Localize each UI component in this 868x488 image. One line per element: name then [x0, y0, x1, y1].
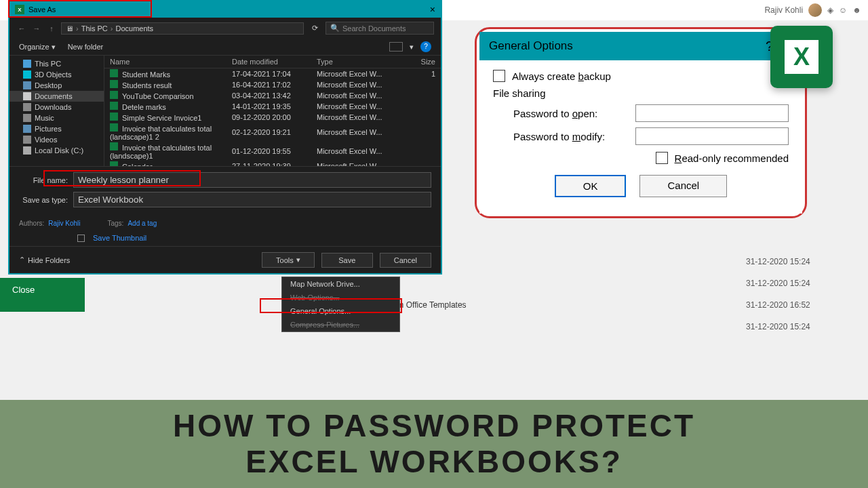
file-row[interactable]: YouTube Comparison03-04-2021 13:42Micros…: [104, 90, 441, 101]
excel-file-icon: [110, 80, 118, 88]
save-button[interactable]: Save: [321, 253, 373, 268]
file-row[interactable]: Calendar27-11-2020 19:39Microsoft Excel …: [104, 161, 441, 166]
pc-icon: 🖥: [66, 24, 73, 33]
dialog-title: Save As: [28, 5, 56, 14]
col-size[interactable]: Size: [401, 58, 435, 66]
up-icon[interactable]: ↑: [46, 24, 57, 33]
folder-icon: [23, 103, 31, 111]
file-sharing-label: File sharing: [493, 87, 789, 99]
filename-input[interactable]: [73, 172, 431, 188]
tree-item[interactable]: Music: [9, 113, 104, 123]
backstage-sidebar: Close: [0, 278, 85, 312]
file-row[interactable]: Simple Service Invoice109-12-2020 20:00M…: [104, 112, 441, 123]
close-icon[interactable]: ×: [430, 4, 435, 15]
backup-label: Always create backup: [512, 70, 611, 82]
forward-icon[interactable]: →: [31, 24, 42, 33]
tree-item[interactable]: Desktop: [9, 80, 104, 91]
folder-icon: [23, 60, 31, 68]
breadcrumb[interactable]: 🖥 › This PC › Documents: [61, 22, 304, 35]
view-icon[interactable]: [389, 42, 403, 52]
excel-file-icon: [110, 161, 118, 166]
avatar[interactable]: [808, 3, 822, 17]
folder-icon: [23, 146, 31, 155]
tools-menu: Map Network Drive... Web Options... Gene…: [281, 277, 400, 332]
file-row[interactable]: Invoice that calculates total (landscape…: [104, 142, 441, 161]
refresh-icon[interactable]: ⟳: [308, 24, 321, 33]
diamond-icon[interactable]: ◈: [827, 5, 833, 15]
pw-open-label: Password to open:: [513, 108, 635, 119]
tree-item[interactable]: Videos: [9, 134, 104, 145]
account-icon[interactable]: ☻: [852, 5, 861, 15]
user-name: Rajiv Kohli: [764, 5, 803, 15]
folder-icon: [23, 70, 31, 79]
backup-checkbox[interactable]: [493, 70, 505, 82]
menu-web-options[interactable]: Web Options...: [282, 291, 399, 304]
folder-tree: This PC3D ObjectsDesktopDocumentsDownloa…: [9, 56, 104, 166]
folder-icon: [23, 136, 31, 144]
tree-item[interactable]: Documents: [9, 91, 104, 102]
menu-general-options[interactable]: General Options...: [282, 304, 399, 318]
help-icon[interactable]: ?: [420, 41, 431, 52]
excel-file-icon: [110, 113, 118, 121]
tools-button[interactable]: Tools ▾: [262, 252, 315, 268]
savetype-label: Save as type:: [19, 196, 73, 204]
dialog-titlebar: X Save As ×: [9, 1, 441, 18]
col-type[interactable]: Type: [317, 58, 401, 66]
tags-value[interactable]: Add a tag: [127, 220, 157, 227]
tree-item[interactable]: Pictures: [9, 123, 104, 134]
hide-folders-button[interactable]: ⌃ Hide Folders: [19, 256, 70, 264]
save-as-dialog: X Save As × ← → ↑ 🖥 › This PC › Document…: [8, 0, 442, 274]
readonly-label: Read-only recommended: [675, 152, 789, 164]
excel-logo-icon: X: [770, 26, 833, 88]
general-options-dialog: General Options ? × Always create backup…: [475, 27, 807, 218]
go-title: General Options: [489, 39, 766, 53]
cancel-button[interactable]: Cancel: [639, 175, 727, 197]
menu-compress[interactable]: Compress Pictures...: [282, 318, 399, 331]
excel-file-icon: [110, 123, 118, 131]
file-row[interactable]: Detele marks14-01-2021 19:35Microsoft Ex…: [104, 101, 441, 112]
excel-file-icon: [110, 69, 118, 77]
pw-modify-input[interactable]: [635, 127, 789, 145]
search-input[interactable]: 🔍 Search Documents: [326, 22, 434, 35]
file-row[interactable]: Student Marks17-04-2021 17:04Microsoft E…: [104, 68, 441, 79]
excel-file-icon: [110, 142, 118, 150]
cancel-button[interactable]: Cancel: [380, 253, 431, 268]
ok-button[interactable]: OK: [555, 175, 627, 197]
excel-file-icon: [110, 102, 118, 110]
thumbnail-checkbox[interactable]: [77, 235, 85, 242]
folder-icon: [23, 114, 31, 122]
thumbnail-label: Save Thumbnail: [93, 234, 146, 242]
folder-icon: [23, 81, 31, 89]
authors-value[interactable]: Rajiv Kohli: [48, 220, 80, 227]
file-row[interactable]: Invoice that calculates total (landscape…: [104, 123, 441, 142]
file-list: Name Date modified Type Size Student Mar…: [104, 56, 441, 166]
back-icon[interactable]: ←: [16, 24, 27, 33]
tutorial-caption: HOW TO PASSWORD PROTECT EXCEL WORKBOOKS?: [0, 400, 868, 488]
tree-item[interactable]: Downloads: [9, 102, 104, 113]
filename-label: File name:: [19, 176, 73, 184]
pw-modify-label: Password to modify:: [513, 131, 635, 142]
tree-item[interactable]: Local Disk (C:): [9, 145, 104, 156]
face-icon[interactable]: ☺: [839, 5, 847, 15]
folder-icon: [23, 125, 31, 133]
pw-open-input[interactable]: [635, 104, 789, 122]
new-folder-button[interactable]: New folder: [68, 43, 104, 51]
menu-map-drive[interactable]: Map Network Drive...: [282, 277, 399, 291]
folder-icon: [23, 92, 31, 100]
excel-icon: X: [15, 5, 24, 14]
close-nav[interactable]: Close: [12, 285, 73, 295]
col-date[interactable]: Date modified: [232, 58, 317, 66]
search-icon: 🔍: [330, 24, 340, 33]
tree-item[interactable]: This PC: [9, 58, 104, 69]
file-row[interactable]: Students result16-04-2021 17:02Microsoft…: [104, 79, 441, 90]
excel-file-icon: [110, 91, 118, 99]
tree-item[interactable]: 3D Objects: [9, 69, 104, 80]
readonly-checkbox[interactable]: [656, 152, 668, 164]
savetype-input[interactable]: [73, 192, 431, 207]
organize-button[interactable]: Organize ▾: [19, 43, 56, 52]
col-name[interactable]: Name: [110, 58, 232, 66]
